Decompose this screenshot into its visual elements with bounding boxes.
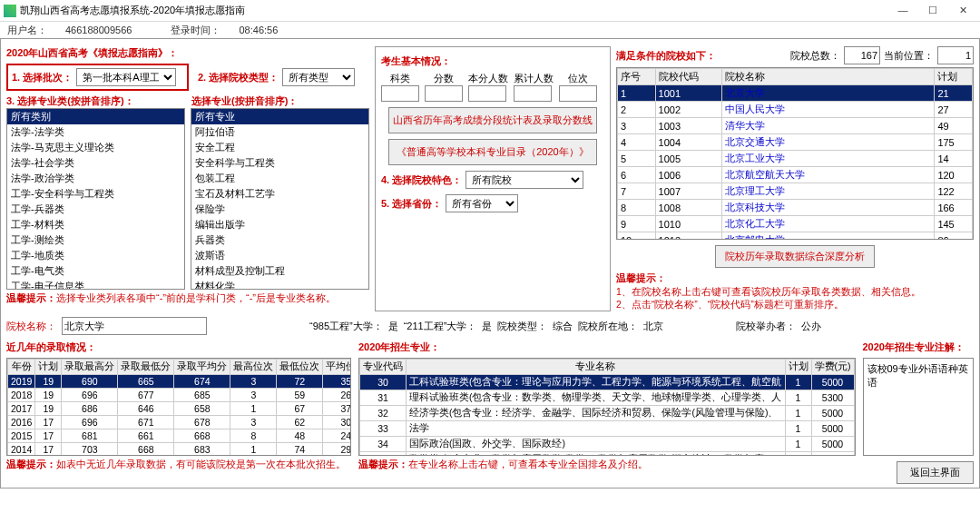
back-button[interactable]: 返回主界面 (897, 461, 974, 484)
major-list[interactable]: 所有专业阿拉伯语安全工程安全科学与工程类包装工程宝石及材料工艺学保险学编辑出版学… (191, 108, 369, 290)
score-table-button[interactable]: 山西省历年高考成绩分段统计表及录取分数线 (388, 107, 597, 133)
deep-analysis-button[interactable]: 院校历年录取数据综合深度分析 (715, 245, 875, 268)
school-name-field[interactable] (62, 317, 207, 335)
batch-select-box: 1. 选择批次： 第一批本科A理工 (6, 64, 189, 91)
major-category-list[interactable]: 所有类别法学-法学类法学-马克思主义理论类法学-社会学类法学-政治学类工学-安全… (6, 108, 185, 290)
enroll-table[interactable]: 专业代码专业名称计划学费(元)30工科试验班类(包含专业：理论与应用力学、工程力… (359, 359, 855, 456)
titlebar: 凯翔山西省高考志愿填报系统-2020年填报志愿指南 — ☐ ✕ (0, 0, 980, 22)
minimize-button[interactable]: — (889, 5, 916, 15)
guide-title: 2020年山西省高考《填报志愿指南》： (6, 46, 369, 60)
province-select[interactable]: 所有省份 (446, 194, 518, 212)
notes-box: 该校09专业外语语种英语 (863, 358, 975, 456)
school-feature-select[interactable]: 所有院校 (466, 171, 583, 189)
school-table[interactable]: 序号院校代码院校名称计划11001北京大学2121002中国人民大学273100… (617, 68, 973, 240)
maximize-button[interactable]: ☐ (919, 5, 946, 16)
current-pos-field (937, 46, 974, 64)
student-info-header: 考生基本情况： (381, 54, 604, 68)
major-catalog-button[interactable]: 《普通高等学校本科专业目录（2020年）》 (388, 139, 597, 165)
school-type-select[interactable]: 所有类型 (282, 68, 355, 86)
close-button[interactable]: ✕ (949, 5, 976, 16)
school-total-field (844, 46, 880, 64)
batch-select[interactable]: 第一批本科A理工 (76, 68, 176, 86)
history-table[interactable]: 年份计划录取最高分录取最低分录取平均分最高位次最低位次平均位次201919690… (7, 359, 351, 456)
userbar: 用户名：466188009566 登录时间：08:46:56 (0, 22, 980, 38)
window-title: 凯翔山西省高考志愿填报系统-2020年填报志愿指南 (20, 4, 889, 17)
app-logo-icon (4, 5, 16, 17)
